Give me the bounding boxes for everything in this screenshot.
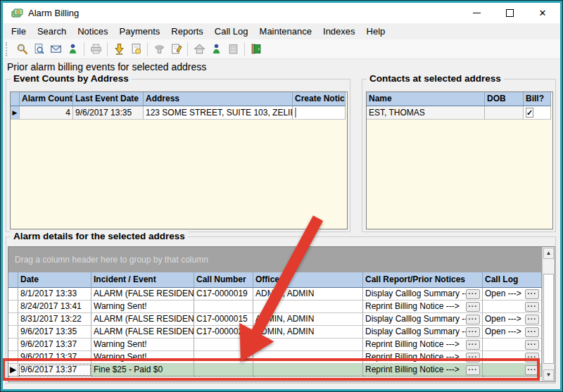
scroll-up-button[interactable]: ▲ xyxy=(543,248,554,259)
table-row[interactable]: 9/6/2017 13:35 ALARM (FALSE RESIDENTIA C… xyxy=(8,326,542,339)
phone-icon[interactable] xyxy=(151,42,167,57)
table-row[interactable]: 9/6/2017 13:37 Warning Sent! Reprint Bil… xyxy=(8,351,542,364)
create-notice-cell[interactable] xyxy=(293,106,346,120)
officer-cell[interactable]: ADMIN, ADMIN xyxy=(253,288,363,301)
call-log-cell[interactable]: ··· xyxy=(483,301,542,313)
more-button[interactable]: ··· xyxy=(525,353,539,362)
more-button[interactable]: ··· xyxy=(466,315,480,324)
officer-cell[interactable]: ADMIN, ADMIN xyxy=(253,326,363,339)
col-officer[interactable]: Officer xyxy=(253,272,363,288)
menu-file[interactable]: File xyxy=(6,23,32,39)
menu-payments[interactable]: Payments xyxy=(114,23,166,39)
row-selector[interactable]: ▶ xyxy=(8,364,18,377)
last-event-date-cell[interactable]: 9/6/2017 13:35 xyxy=(73,106,144,120)
table-row[interactable]: EST, THOMAS ✓ xyxy=(367,106,552,120)
date-cell[interactable]: 9/6/2017 13:37 xyxy=(18,364,91,377)
officer-cell[interactable] xyxy=(253,351,363,364)
menu-indexes[interactable]: Indexes xyxy=(317,23,361,39)
toolbar-grip[interactable] xyxy=(6,42,10,56)
vertical-scrollbar[interactable]: ▲ ▼ xyxy=(542,247,555,381)
col-address[interactable]: Address xyxy=(144,92,293,106)
col-call-log[interactable]: Call Log xyxy=(483,272,542,288)
date-cell[interactable]: 8/24/2017 13:41 xyxy=(18,301,91,313)
date-cell[interactable]: 9/6/2017 13:37 xyxy=(18,339,91,351)
call-number-cell[interactable] xyxy=(194,301,253,313)
date-cell[interactable]: 9/6/2017 13:37 xyxy=(18,351,91,364)
document-edit-icon[interactable] xyxy=(168,42,184,57)
call-report-cell[interactable]: Display Calllog Summary --->··· xyxy=(363,288,483,301)
close-button[interactable]: ✕ xyxy=(526,3,559,23)
row-selector[interactable]: ▶ xyxy=(11,106,20,120)
person-icon[interactable] xyxy=(65,42,80,57)
bill-checkbox-checked[interactable]: ✓ xyxy=(526,108,533,118)
alarm-count-cell[interactable]: 4 xyxy=(20,106,73,120)
officer-cell[interactable] xyxy=(253,364,363,377)
row-selector[interactable] xyxy=(8,326,18,339)
date-cell[interactable]: 8/31/2017 13:22 xyxy=(18,313,91,326)
table-row-selected[interactable]: ▶ 9/6/2017 13:37 Fine $25 - Paid $0 Repr… xyxy=(8,364,542,377)
table-row[interactable]: 8/1/2017 13:33 ALARM (FALSE RESIDENTIA C… xyxy=(8,288,542,301)
call-report-link[interactable]: Display Calllog Summary ---> xyxy=(365,326,466,338)
more-button[interactable]: ··· xyxy=(525,315,539,324)
contact-dob-cell[interactable] xyxy=(485,106,524,120)
call-number-cell[interactable] xyxy=(194,364,253,377)
more-button[interactable]: ··· xyxy=(466,289,480,299)
row-selector[interactable] xyxy=(8,301,18,313)
table-row[interactable]: 8/31/2017 13:22 ALARM (FALSE RESIDENTIA … xyxy=(8,313,542,326)
call-report-cell[interactable]: Reprint Billing Notice --->··· xyxy=(363,351,483,364)
menu-help[interactable]: Help xyxy=(361,23,391,39)
call-number-cell[interactable]: C17-0000019 xyxy=(194,288,253,301)
officer-cell[interactable] xyxy=(253,339,363,351)
download-icon[interactable] xyxy=(111,42,127,57)
date-cell[interactable]: 9/6/2017 13:35 xyxy=(18,326,91,339)
more-button[interactable]: ··· xyxy=(525,289,539,299)
call-report-link[interactable]: Display Calllog Summary ---> xyxy=(365,313,466,325)
email-icon[interactable] xyxy=(48,42,63,57)
officer-cell[interactable]: ADMIN, ADMIN xyxy=(253,313,363,326)
incident-cell[interactable]: Warning Sent! xyxy=(91,339,194,351)
printer-icon[interactable] xyxy=(88,42,103,57)
call-report-cell[interactable]: Reprint Billing Notice --->··· xyxy=(363,301,483,313)
row-selector[interactable] xyxy=(8,339,18,351)
incident-cell[interactable]: ALARM (FALSE RESIDENTIA xyxy=(91,288,194,301)
menu-maintenance[interactable]: Maintenance xyxy=(254,23,317,39)
row-selector[interactable] xyxy=(8,288,18,301)
table-row[interactable]: 8/24/2017 13:41 Warning Sent! Reprint Bi… xyxy=(8,301,542,313)
call-number-cell[interactable]: C17-0000015 xyxy=(194,313,253,326)
col-last-event-date[interactable]: Last Event Date xyxy=(73,92,144,106)
call-log-cell[interactable]: ··· xyxy=(483,364,542,377)
call-report-cell[interactable]: Reprint Billing Notice --->··· xyxy=(363,364,483,377)
more-button[interactable]: ··· xyxy=(525,327,539,337)
building-icon[interactable] xyxy=(225,42,241,57)
officer-cell[interactable] xyxy=(253,301,363,313)
exit-door-icon[interactable] xyxy=(248,42,264,57)
more-button[interactable]: ··· xyxy=(525,340,539,350)
menu-call-log[interactable]: Call Log xyxy=(209,23,254,39)
col-bill[interactable]: Bill? xyxy=(524,92,551,106)
incident-cell[interactable]: ALARM (FALSE RESIDENTIA xyxy=(91,313,194,326)
call-log-link[interactable]: Open ---> xyxy=(485,288,521,300)
col-alarm-count[interactable]: Alarm Count xyxy=(20,92,73,106)
scroll-down-button[interactable]: ▼ xyxy=(543,369,554,381)
call-report-link[interactable]: Reprint Billing Notice ---> xyxy=(365,339,460,350)
col-date[interactable]: Date xyxy=(18,272,91,288)
call-log-cell[interactable]: ··· xyxy=(483,339,542,351)
incident-cell[interactable]: Warning Sent! xyxy=(91,351,194,364)
address-cell[interactable]: 123 SOME STREET, SUITE 103, ZELIENOP xyxy=(144,106,293,120)
call-number-cell[interactable]: C17-0000020 xyxy=(194,326,253,339)
date-cell[interactable]: 8/1/2017 13:33 xyxy=(18,288,91,301)
more-button[interactable]: ··· xyxy=(525,365,539,375)
call-report-link[interactable]: Display Calllog Summary ---> xyxy=(365,288,466,300)
more-button[interactable]: ··· xyxy=(466,340,480,350)
more-button[interactable]: ··· xyxy=(525,302,539,312)
col-incident-event[interactable]: Incident / Event xyxy=(91,272,194,288)
call-number-cell[interactable] xyxy=(194,351,253,364)
contact-bill-cell[interactable]: ✓ xyxy=(524,106,551,120)
maximize-button[interactable] xyxy=(493,3,526,23)
col-call-number[interactable]: Call Number xyxy=(194,272,253,288)
table-row[interactable]: ▶ 4 9/6/2017 13:35 123 SOME STREET, SUIT… xyxy=(11,106,347,120)
scrollbar-thumb[interactable] xyxy=(543,274,554,364)
call-report-link[interactable]: Reprint Billing Notice ---> xyxy=(365,364,460,376)
more-button[interactable]: ··· xyxy=(466,353,480,362)
more-button[interactable]: ··· xyxy=(466,302,480,312)
